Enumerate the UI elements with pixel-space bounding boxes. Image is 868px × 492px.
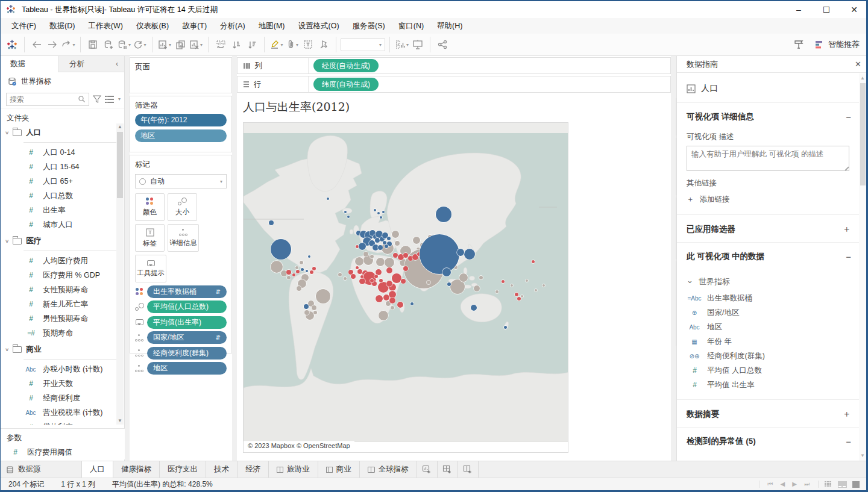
back-button[interactable] — [29, 37, 45, 52]
data-guide-field[interactable]: ▦年份 年 — [677, 334, 860, 349]
field-item[interactable]: #城市人口 — [1, 217, 125, 232]
pages-shelf[interactable]: 页面 — [130, 57, 232, 93]
field-item[interactable]: #新生儿死亡率 — [1, 297, 125, 311]
rows-shelf[interactable]: 行 纬度(自动生成) — [237, 76, 671, 93]
map-mark[interactable] — [542, 284, 545, 287]
mark-pill[interactable]: 出生率数据桶⇵ — [147, 285, 227, 298]
scroll-down-arrow[interactable]: ▼ — [116, 417, 124, 425]
map-mark[interactable] — [413, 237, 420, 244]
map-mark[interactable] — [296, 270, 300, 273]
view-options-caret[interactable]: ▾ — [118, 96, 121, 102]
field-item[interactable]: Abc办税小时数 (计数) — [1, 362, 125, 376]
folder-row[interactable]: ˅商业 — [1, 340, 125, 358]
filter-pill[interactable]: 地区 — [135, 129, 227, 142]
section-viz-data[interactable]: 此 可视化项 中的数据 − — [677, 243, 860, 269]
fields-scrollbar[interactable]: ▲ ▼ — [116, 123, 124, 425]
map-mark[interactable] — [447, 282, 451, 286]
map-mark[interactable] — [370, 279, 374, 282]
rows-pill[interactable]: 纬度(自动生成) — [313, 78, 379, 91]
map-mark[interactable] — [377, 212, 380, 214]
resize-handle[interactable] — [842, 164, 849, 170]
map-mark[interactable] — [395, 241, 400, 246]
columns-shelf[interactable]: 列 经度(自动生成) — [237, 57, 671, 74]
sheet-tab[interactable]: 旅游业 — [269, 461, 318, 478]
map-mark[interactable] — [269, 220, 274, 225]
field-item[interactable]: #人口 65+ — [1, 174, 125, 188]
collapse-icon[interactable]: − — [846, 252, 851, 262]
data-guide-close-icon[interactable]: ✕ — [855, 60, 861, 69]
map-mark[interactable] — [511, 284, 513, 287]
map-mark[interactable] — [387, 237, 391, 240]
menu-item[interactable]: 仪表板(B) — [130, 19, 175, 34]
mark-pill[interactable]: 国家/地区⇵ — [147, 331, 227, 344]
map-mark[interactable] — [471, 305, 477, 311]
map-mark[interactable] — [347, 216, 350, 218]
menu-item[interactable]: 帮助(H) — [430, 19, 469, 34]
map-mark[interactable] — [403, 253, 408, 258]
columns-pill[interactable]: 经度(自动生成) — [313, 59, 379, 72]
mark-pill[interactable]: 经商便利度(群集) — [147, 347, 227, 360]
map-mark[interactable] — [374, 209, 376, 211]
map-mark[interactable] — [304, 310, 309, 315]
map-mark[interactable] — [410, 302, 414, 305]
map-mark[interactable] — [286, 270, 291, 275]
field-item[interactable]: #开业天数 — [1, 376, 125, 391]
map-mark[interactable] — [427, 281, 430, 284]
new-worksheet-button[interactable]: ▾ — [157, 37, 172, 52]
map-mark[interactable] — [515, 293, 518, 296]
new-story-tab-button[interactable] — [458, 461, 479, 478]
map-mark[interactable] — [383, 294, 389, 300]
map-mark[interactable] — [304, 304, 309, 309]
map-mark[interactable] — [312, 305, 316, 310]
map-mark[interactable] — [351, 274, 356, 279]
tab-analytics[interactable]: 分析 — [58, 56, 110, 72]
parameter-item[interactable]: #医疗费用阈值 — [1, 445, 125, 459]
duplicate-sheet-button[interactable] — [172, 37, 188, 52]
fit-selector[interactable]: ▾ — [341, 38, 385, 51]
map-mark[interactable] — [310, 270, 313, 274]
folder-row[interactable]: ˅医疗 — [1, 232, 125, 249]
sort-ascending-button[interactable] — [228, 37, 244, 52]
data-guide-field[interactable]: #平均值 人口总数 — [677, 363, 860, 378]
map-mark[interactable] — [385, 258, 394, 267]
map-mark[interactable] — [316, 289, 330, 304]
data-guide-field[interactable]: ⊕国家/地区 — [677, 305, 860, 320]
scroll-up-arrow[interactable]: ▲ — [116, 123, 124, 131]
map-mark[interactable] — [436, 207, 451, 222]
data-guide-datasource[interactable]: ⌄ 世界指标 — [677, 269, 860, 291]
scroll-up-arrow[interactable]: ▲ — [859, 75, 866, 82]
forward-button[interactable] — [45, 37, 60, 52]
sheet-sorter-icon[interactable] — [825, 481, 832, 488]
label-button[interactable]: 标签 — [135, 224, 165, 252]
sheet-tab[interactable]: 人口 — [82, 461, 113, 478]
field-item[interactable]: #医疗费用 % GDP — [1, 268, 125, 282]
menu-item[interactable]: 窗口(N) — [392, 19, 430, 34]
map-mark[interactable] — [292, 273, 295, 276]
map-mark[interactable] — [344, 211, 347, 213]
menu-item[interactable]: 地图(M) — [252, 19, 292, 34]
field-item[interactable]: #人口总数 — [1, 188, 125, 203]
map-mark[interactable] — [313, 311, 317, 314]
filmstrip-view-icon[interactable] — [838, 481, 847, 488]
map-mark[interactable] — [495, 290, 498, 293]
map-mark[interactable] — [391, 306, 394, 310]
map-mark[interactable] — [392, 231, 399, 238]
collapse-pane-button[interactable]: ‹ — [110, 56, 124, 72]
size-button[interactable]: 大小 — [168, 193, 197, 221]
sheet-tab[interactable]: 全球指标 — [360, 461, 417, 478]
collapse-icon[interactable]: − — [846, 112, 851, 122]
map-mark[interactable] — [379, 279, 383, 282]
maximize-button[interactable]: ☐ — [813, 1, 840, 18]
map-mark[interactable] — [379, 311, 388, 320]
first-sheet-button[interactable]: ⏮ — [768, 481, 773, 488]
map-mark[interactable] — [386, 267, 392, 273]
filter-fields-icon[interactable] — [93, 95, 101, 103]
new-worksheet-tab-button[interactable] — [417, 461, 438, 478]
cell-size-button[interactable]: ▾ — [394, 37, 410, 52]
tab-datasource[interactable]: 数据源 — [0, 461, 82, 478]
scroll-down-arrow[interactable]: ▼ — [859, 452, 866, 459]
data-guide-field[interactable]: #平均值 出生率 — [677, 378, 860, 392]
menu-item[interactable]: 数据(D) — [43, 19, 81, 34]
map-mark[interactable] — [535, 289, 537, 291]
sheet-tab[interactable]: 医疗支出 — [160, 461, 206, 478]
